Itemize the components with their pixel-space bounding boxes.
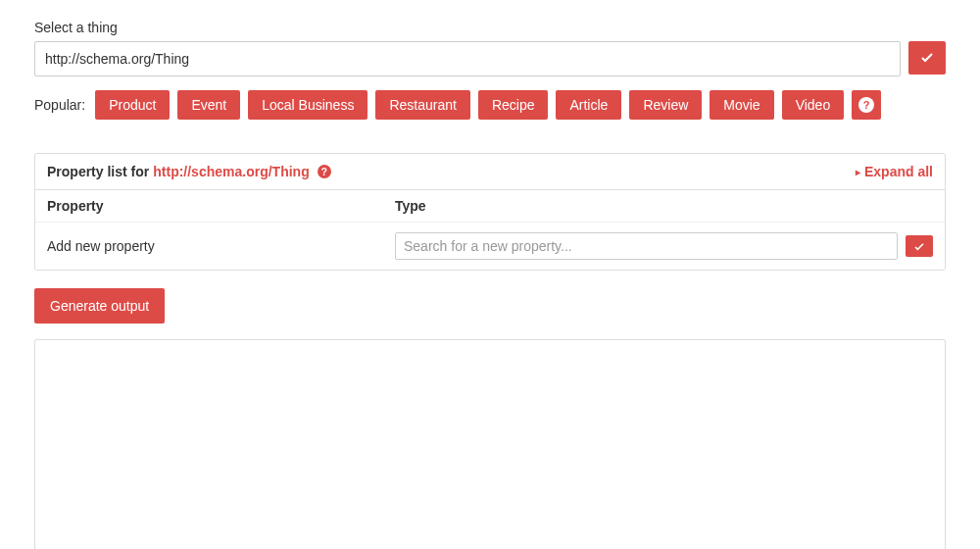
panel-title: Property list for http://schema.org/Thin…: [47, 164, 331, 179]
confirm-property-button[interactable]: [906, 235, 933, 257]
expand-all-label: Expand all: [864, 164, 933, 179]
popular-recipe[interactable]: Recipe: [478, 90, 549, 120]
popular-label: Popular:: [34, 97, 85, 113]
check-icon: [921, 50, 933, 66]
col-header-type: Type: [395, 198, 933, 214]
col-header-property: Property: [47, 198, 395, 214]
popular-review[interactable]: Review: [629, 90, 702, 120]
question-icon[interactable]: ?: [318, 165, 331, 178]
output-box[interactable]: [34, 339, 946, 549]
add-new-property-label: Add new property: [47, 238, 395, 254]
select-thing-row: [34, 41, 946, 76]
check-icon: [914, 239, 924, 254]
popular-product[interactable]: Product: [95, 90, 170, 120]
table-row: Add new property: [35, 223, 945, 270]
popular-row: Popular: Product Event Local Business Re…: [34, 90, 946, 120]
select-thing-label: Select a thing: [34, 20, 946, 35]
popular-event[interactable]: Event: [177, 90, 240, 120]
confirm-thing-button[interactable]: [908, 41, 946, 75]
popular-article[interactable]: Article: [556, 90, 621, 120]
expand-all-button[interactable]: ▸ Expand all: [856, 164, 933, 179]
panel-title-prefix: Property list for: [47, 164, 149, 179]
type-cell: [395, 232, 933, 260]
thing-input[interactable]: [34, 41, 901, 76]
property-search-input[interactable]: [395, 232, 898, 260]
panel-title-link[interactable]: http://schema.org/Thing: [153, 164, 309, 179]
question-icon: ?: [858, 97, 874, 113]
popular-local-business[interactable]: Local Business: [248, 90, 368, 120]
popular-video[interactable]: Video: [782, 90, 845, 120]
generate-output-button[interactable]: Generate output: [34, 288, 165, 324]
table-header: Property Type: [35, 190, 945, 223]
popular-restaurant[interactable]: Restaurant: [375, 90, 469, 120]
popular-help-button[interactable]: ?: [852, 90, 881, 120]
popular-movie[interactable]: Movie: [710, 90, 773, 120]
caret-right-icon: ▸: [856, 167, 860, 177]
property-panel: Property list for http://schema.org/Thin…: [34, 153, 946, 271]
panel-header: Property list for http://schema.org/Thin…: [35, 154, 945, 190]
